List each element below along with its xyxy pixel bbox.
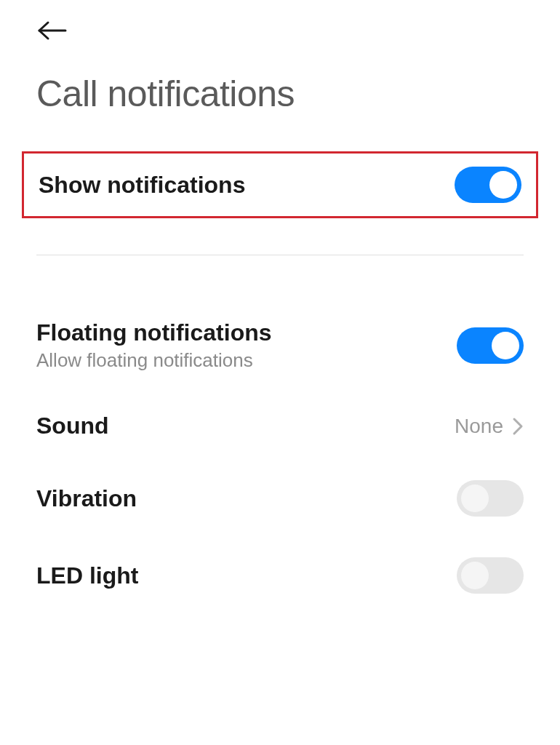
toggle-knob xyxy=(461,562,489,589)
led-light-row[interactable]: LED light xyxy=(36,537,524,614)
floating-notifications-subtitle: Allow floating notifications xyxy=(36,349,272,372)
show-notifications-label: Show notifications xyxy=(39,172,245,199)
led-light-toggle[interactable] xyxy=(457,557,524,594)
show-notifications-row[interactable]: Show notifications xyxy=(22,151,538,218)
floating-notifications-row[interactable]: Floating notifications Allow floating no… xyxy=(36,299,524,392)
back-button[interactable] xyxy=(36,20,68,44)
toggle-knob xyxy=(492,332,519,359)
toggle-knob xyxy=(461,485,489,512)
led-light-label: LED light xyxy=(36,562,138,589)
arrow-left-icon xyxy=(36,20,68,44)
sound-label: Sound xyxy=(36,413,109,439)
vibration-row[interactable]: Vibration xyxy=(36,460,524,537)
show-notifications-toggle[interactable] xyxy=(455,167,521,203)
vibration-label: Vibration xyxy=(36,485,137,512)
chevron-right-icon xyxy=(512,417,524,436)
floating-notifications-label: Floating notifications xyxy=(36,319,272,346)
vibration-toggle[interactable] xyxy=(457,480,524,517)
sound-value: None xyxy=(455,415,503,438)
floating-notifications-toggle[interactable] xyxy=(457,327,524,364)
page-title: Call notifications xyxy=(0,44,560,151)
toggle-knob xyxy=(489,171,517,199)
sound-row[interactable]: Sound None xyxy=(36,392,524,460)
